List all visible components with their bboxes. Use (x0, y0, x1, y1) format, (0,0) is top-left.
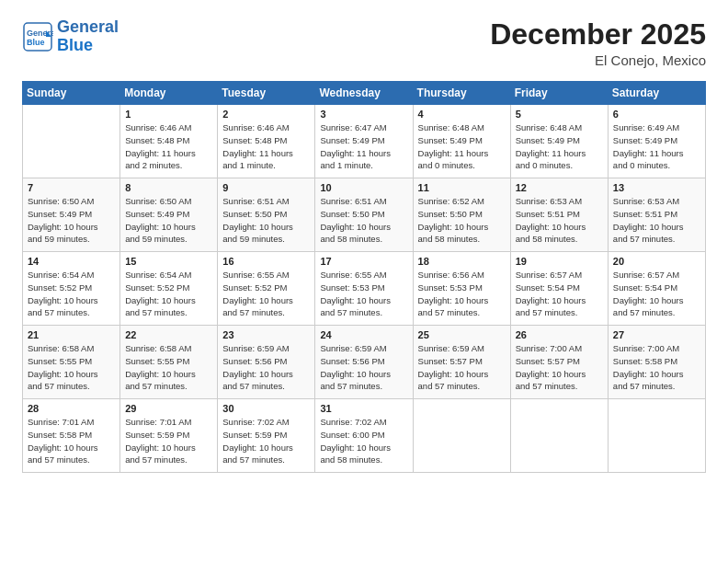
day-number: 21 (28, 329, 115, 340)
day-number: 27 (613, 329, 700, 340)
day-number: 16 (222, 256, 310, 267)
day-number: 9 (222, 182, 310, 193)
col-friday: Friday (510, 82, 608, 105)
calendar-cell: 14Sunrise: 6:54 AMSunset: 5:52 PMDayligh… (23, 252, 120, 326)
calendar-cell: 16Sunrise: 6:55 AMSunset: 5:52 PMDayligh… (218, 252, 315, 326)
calendar-cell: 31Sunrise: 7:02 AMSunset: 6:00 PMDayligh… (315, 399, 413, 473)
cell-text: Sunrise: 6:52 AMSunset: 5:50 PMDaylight:… (418, 196, 489, 244)
cell-text: Sunrise: 6:50 AMSunset: 5:49 PMDaylight:… (28, 196, 98, 244)
cell-text: Sunrise: 6:46 AMSunset: 5:48 PMDaylight:… (222, 122, 293, 170)
calendar-cell: 29Sunrise: 7:01 AMSunset: 5:59 PMDayligh… (120, 399, 218, 473)
cell-text: Sunrise: 6:53 AMSunset: 5:51 PMDaylight:… (516, 196, 586, 244)
cell-text: Sunrise: 6:57 AMSunset: 5:54 PMDaylight:… (516, 270, 586, 317)
day-number: 24 (320, 329, 407, 340)
col-thursday: Thursday (413, 82, 510, 105)
calendar-table: Sunday Monday Tuesday Wednesday Thursday… (22, 81, 706, 473)
calendar-cell: 6Sunrise: 6:49 AMSunset: 5:49 PMDaylight… (608, 105, 705, 178)
calendar-cell: 18Sunrise: 6:56 AMSunset: 5:53 PMDayligh… (413, 252, 510, 326)
calendar-cell: 19Sunrise: 6:57 AMSunset: 5:54 PMDayligh… (510, 252, 608, 326)
calendar-week-4: 21Sunrise: 6:58 AMSunset: 5:55 PMDayligh… (23, 326, 706, 399)
cell-text: Sunrise: 6:48 AMSunset: 5:49 PMDaylight:… (516, 122, 586, 170)
calendar-cell: 4Sunrise: 6:48 AMSunset: 5:49 PMDaylight… (413, 105, 510, 178)
calendar-cell: 30Sunrise: 7:02 AMSunset: 5:59 PMDayligh… (218, 399, 315, 473)
day-number: 29 (125, 403, 212, 414)
calendar-cell: 1Sunrise: 6:46 AMSunset: 5:48 PMDaylight… (120, 105, 218, 178)
day-number: 4 (418, 109, 506, 120)
col-tuesday: Tuesday (218, 82, 315, 105)
day-number: 11 (418, 182, 506, 193)
calendar-cell: 5Sunrise: 6:48 AMSunset: 5:49 PMDaylight… (510, 105, 608, 178)
cell-text: Sunrise: 6:59 AMSunset: 5:57 PMDaylight:… (418, 343, 489, 391)
calendar-cell: 15Sunrise: 6:54 AMSunset: 5:52 PMDayligh… (120, 252, 218, 326)
logo: General Blue General Blue (22, 18, 119, 55)
calendar-cell: 27Sunrise: 7:00 AMSunset: 5:58 PMDayligh… (608, 326, 705, 399)
calendar-cell (608, 399, 705, 473)
calendar-cell (510, 399, 608, 473)
logo-blue: Blue (57, 37, 119, 55)
day-number: 15 (125, 256, 212, 267)
calendar-week-5: 28Sunrise: 7:01 AMSunset: 5:58 PMDayligh… (23, 399, 706, 473)
header: General Blue General Blue December 2025 … (22, 18, 706, 68)
title-block: December 2025 El Conejo, Mexico (490, 18, 706, 68)
day-number: 7 (28, 182, 115, 193)
day-number: 20 (613, 256, 700, 267)
calendar-cell: 22Sunrise: 6:58 AMSunset: 5:55 PMDayligh… (120, 326, 218, 399)
calendar-week-2: 7Sunrise: 6:50 AMSunset: 5:49 PMDaylight… (23, 178, 706, 252)
col-monday: Monday (120, 82, 218, 105)
day-number: 18 (418, 256, 506, 267)
calendar-cell: 12Sunrise: 6:53 AMSunset: 5:51 PMDayligh… (510, 178, 608, 252)
calendar-cell: 28Sunrise: 7:01 AMSunset: 5:58 PMDayligh… (23, 399, 120, 473)
location: El Conejo, Mexico (490, 52, 706, 68)
calendar-cell: 13Sunrise: 6:53 AMSunset: 5:51 PMDayligh… (608, 178, 705, 252)
day-number: 22 (125, 329, 212, 340)
day-number: 19 (516, 256, 603, 267)
calendar-cell: 8Sunrise: 6:50 AMSunset: 5:49 PMDaylight… (120, 178, 218, 252)
cell-text: Sunrise: 6:53 AMSunset: 5:51 PMDaylight:… (613, 196, 684, 244)
page: General Blue General Blue December 2025 … (0, 0, 728, 563)
calendar-cell: 9Sunrise: 6:51 AMSunset: 5:50 PMDaylight… (218, 178, 315, 252)
day-number: 10 (320, 182, 407, 193)
calendar-cell: 24Sunrise: 6:59 AMSunset: 5:56 PMDayligh… (315, 326, 413, 399)
cell-text: Sunrise: 6:54 AMSunset: 5:52 PMDaylight:… (125, 270, 196, 317)
cell-text: Sunrise: 7:00 AMSunset: 5:58 PMDaylight:… (613, 343, 684, 391)
cell-text: Sunrise: 7:00 AMSunset: 5:57 PMDaylight:… (516, 343, 586, 391)
day-number: 5 (516, 109, 603, 120)
cell-text: Sunrise: 6:54 AMSunset: 5:52 PMDaylight:… (28, 270, 98, 317)
calendar-header: Sunday Monday Tuesday Wednesday Thursday… (23, 82, 706, 105)
calendar-week-1: 1Sunrise: 6:46 AMSunset: 5:48 PMDaylight… (23, 105, 706, 178)
day-number: 2 (222, 109, 310, 120)
calendar-cell: 26Sunrise: 7:00 AMSunset: 5:57 PMDayligh… (510, 326, 608, 399)
day-number: 12 (516, 182, 603, 193)
day-number: 1 (125, 109, 212, 120)
day-number: 14 (28, 256, 115, 267)
cell-text: Sunrise: 7:02 AMSunset: 5:59 PMDaylight:… (222, 417, 293, 465)
month-title: December 2025 (490, 18, 706, 51)
calendar-cell (23, 105, 120, 178)
day-number: 30 (222, 403, 310, 414)
cell-text: Sunrise: 7:01 AMSunset: 5:58 PMDaylight:… (28, 417, 98, 465)
calendar-cell: 2Sunrise: 6:46 AMSunset: 5:48 PMDaylight… (218, 105, 315, 178)
weekday-row: Sunday Monday Tuesday Wednesday Thursday… (23, 82, 706, 105)
col-wednesday: Wednesday (315, 82, 413, 105)
day-number: 23 (222, 329, 310, 340)
day-number: 17 (320, 256, 407, 267)
cell-text: Sunrise: 6:51 AMSunset: 5:50 PMDaylight:… (222, 196, 293, 244)
day-number: 13 (613, 182, 700, 193)
cell-text: Sunrise: 6:58 AMSunset: 5:55 PMDaylight:… (125, 343, 196, 391)
day-number: 6 (613, 109, 700, 120)
cell-text: Sunrise: 6:55 AMSunset: 5:53 PMDaylight:… (320, 270, 391, 317)
cell-text: Sunrise: 6:51 AMSunset: 5:50 PMDaylight:… (320, 196, 391, 244)
calendar-cell: 3Sunrise: 6:47 AMSunset: 5:49 PMDaylight… (315, 105, 413, 178)
cell-text: Sunrise: 6:55 AMSunset: 5:52 PMDaylight:… (222, 270, 293, 317)
svg-text:Blue: Blue (27, 38, 45, 47)
calendar-cell (413, 399, 510, 473)
cell-text: Sunrise: 6:50 AMSunset: 5:49 PMDaylight:… (125, 196, 196, 244)
cell-text: Sunrise: 6:46 AMSunset: 5:48 PMDaylight:… (125, 122, 196, 170)
day-number: 28 (28, 403, 115, 414)
cell-text: Sunrise: 6:56 AMSunset: 5:53 PMDaylight:… (418, 270, 489, 317)
calendar-cell: 20Sunrise: 6:57 AMSunset: 5:54 PMDayligh… (608, 252, 705, 326)
calendar-cell: 10Sunrise: 6:51 AMSunset: 5:50 PMDayligh… (315, 178, 413, 252)
day-number: 3 (320, 109, 407, 120)
calendar-cell: 11Sunrise: 6:52 AMSunset: 5:50 PMDayligh… (413, 178, 510, 252)
cell-text: Sunrise: 6:57 AMSunset: 5:54 PMDaylight:… (613, 270, 684, 317)
